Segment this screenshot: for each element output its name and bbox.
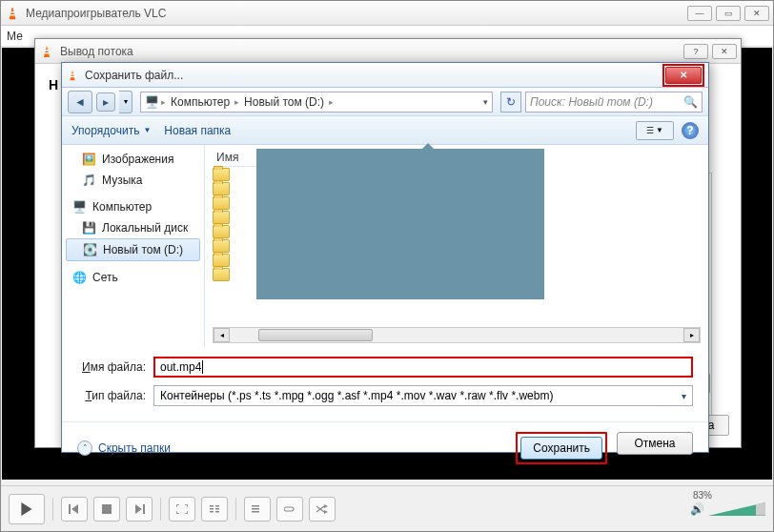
menu-fragment[interactable]: Ме [7,30,23,43]
list-item[interactable] [213,254,230,267]
sidebar: 🖼️Изображения 🎵Музыка 🖥️Компьютер 💾Локал… [62,145,205,347]
svg-rect-16 [252,508,259,510]
vlc-cone-icon [66,69,79,82]
nav-history-dropdown[interactable]: ▾ [119,91,132,113]
svg-rect-6 [102,504,112,514]
play-button[interactable] [9,494,45,524]
filetype-select[interactable]: Контейнеры (*.ps *.ts *.mpg *.ogg *.asf … [153,385,693,406]
list-item[interactable] [213,182,230,195]
music-icon: 🎵 [81,173,96,188]
refresh-button[interactable]: ↻ [500,92,521,113]
save-file-dialog: Сохранить файл... ✕ ◄ ▸ ▾ 🖥️ ▸ Компьютер… [61,62,709,453]
list-item[interactable] [213,225,230,238]
search-input[interactable]: Поиск: Новый том (D:) 🔍 [525,92,703,113]
list-item[interactable] [213,168,230,181]
search-placeholder: Поиск: Новый том (D:) [530,95,653,109]
folder-icon [213,211,230,224]
svg-rect-1 [10,11,14,13]
file-list-area[interactable]: Имя ◂ ▸ [205,145,708,347]
svg-rect-15 [252,505,259,507]
sidebar-item-local-disk[interactable]: 💾Локальный диск [62,217,204,238]
next-button[interactable] [126,497,153,522]
scroll-thumb[interactable] [258,329,373,341]
stream-close-button[interactable]: ✕ [712,44,737,59]
speaker-icon[interactable]: 🔊 [690,502,704,516]
stop-button[interactable] [93,497,120,522]
separator [52,498,53,521]
fullscreen-button[interactable] [169,497,195,522]
folder-icon [213,168,230,181]
list-item[interactable] [213,196,230,210]
search-icon: 🔍 [683,95,698,109]
prev-button[interactable] [61,497,88,522]
computer-icon: 🖥️ [71,199,87,215]
stream-title: Вывод потока [60,45,683,58]
save-close-button[interactable]: ✕ [665,67,702,84]
view-mode-button[interactable]: ☰▼ [636,121,674,140]
column-name[interactable]: Имя [213,149,258,167]
svg-rect-11 [210,511,214,513]
list-item[interactable] [213,211,230,224]
nav-back-button[interactable]: ◄ [68,91,92,113]
folder-icon [213,268,230,281]
breadcrumb[interactable]: 🖥️ ▸ Компьютер ▸ Новый том (D:) ▸ ▾ [140,92,493,113]
folder-list [213,168,230,281]
tooltip-overlay [256,149,544,299]
loop-button[interactable] [276,497,303,522]
save-button[interactable]: Сохранить [520,437,602,460]
svg-marker-7 [135,504,142,514]
list-item[interactable] [213,268,230,281]
hide-folders-toggle[interactable]: ˄ Скрыть папки [77,440,171,456]
horizontal-scrollbar[interactable]: ◂ ▸ [213,327,701,343]
svg-marker-5 [71,504,78,514]
filename-input[interactable]: out.mp4 [153,357,693,378]
shuffle-button[interactable] [309,497,336,522]
nav-row: ◄ ▸ ▾ 🖥️ ▸ Компьютер ▸ Новый том (D:) ▸ … [62,88,708,116]
volume-slider[interactable] [708,502,765,516]
help-icon[interactable]: ? [682,122,699,139]
sidebar-item-computer[interactable]: 🖥️Компьютер [62,196,204,217]
filename-label: Имя файла: [77,360,153,374]
breadcrumb-computer[interactable]: Компьютер [168,95,233,109]
list-item[interactable] [213,239,230,253]
svg-marker-18 [324,504,328,508]
sidebar-item-new-volume[interactable]: 💽Новый том (D:) [66,238,200,261]
svg-marker-23 [70,70,74,80]
breadcrumb-drive[interactable]: Новый том (D:) [241,95,327,109]
sidebar-item-music[interactable]: 🎵Музыка [62,170,204,191]
fields: Имя файла: out.mp4 Тип файла: Контейнеры… [62,347,708,421]
vlc-titlebar: Медиапроигрыватель VLC — ▭ ✕ [1,1,773,26]
sidebar-item-network[interactable]: 🌐Сеть [62,267,204,288]
svg-rect-22 [45,52,50,54]
filetype-label: Тип файла: [77,389,153,402]
settings-button[interactable] [201,497,228,522]
dialog-footer: ˄ Скрыть папки Сохранить Отмена [62,421,708,474]
maximize-button[interactable]: ▭ [716,6,741,21]
svg-rect-17 [252,511,259,513]
disk-icon: 💽 [82,242,97,257]
folder-icon [213,182,230,195]
organize-menu[interactable]: Упорядочить ▼ [71,124,151,137]
sidebar-item-pictures[interactable]: 🖼️Изображения [62,149,204,170]
svg-rect-8 [143,504,145,514]
folder-icon [213,254,230,267]
close-button[interactable]: ✕ [744,6,769,21]
toolbar: Упорядочить ▼ Новая папка ☰▼ ? [62,116,708,145]
cancel-button[interactable]: Отмена [617,432,693,455]
svg-rect-12 [215,505,219,507]
svg-marker-3 [21,502,31,516]
svg-rect-10 [210,508,214,510]
nav-forward-button[interactable]: ▸ [96,92,115,112]
separator [235,498,236,521]
stream-help-button[interactable]: ? [683,44,708,59]
new-folder-button[interactable]: Новая папка [164,124,231,137]
save-dialog-title: Сохранить файл... [85,69,662,82]
minimize-button[interactable]: — [687,6,712,21]
stream-titlebar: Вывод потока ? ✕ [35,39,741,64]
vlc-cone-icon [39,44,54,59]
pictures-icon: 🖼️ [81,152,96,167]
playlist-button[interactable] [244,497,271,522]
volume-percent: 83% [693,490,712,501]
scroll-left[interactable]: ◂ [214,328,230,342]
scroll-right[interactable]: ▸ [683,328,700,342]
